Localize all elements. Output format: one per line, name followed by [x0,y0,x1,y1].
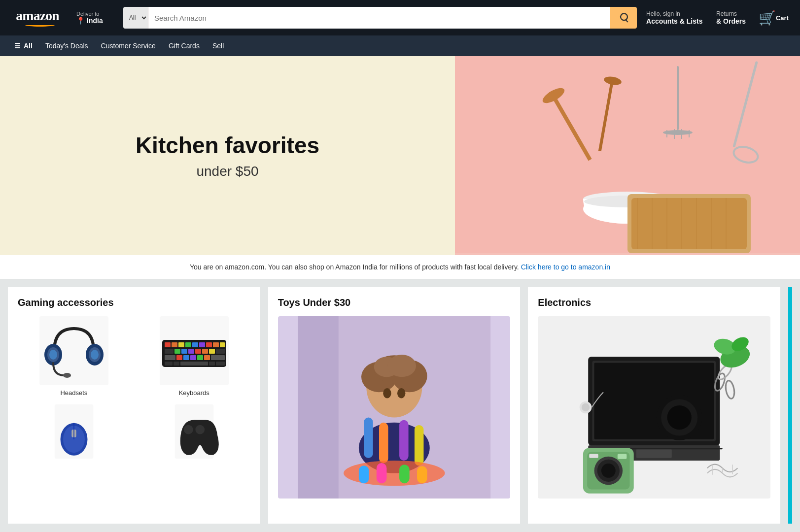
svg-rect-45 [174,349,180,354]
svg-point-71 [195,425,205,434]
svg-rect-83 [364,418,373,458]
electronics-illustration [538,316,770,499]
keyboard-image [160,316,229,385]
nav-sell[interactable]: Sell [206,36,230,55]
deliver-label: Deliver to [76,11,114,17]
keyboard-item[interactable]: Keyboards [138,316,250,397]
amazon-logo[interactable]: amazon [8,6,67,29]
cart-area[interactable]: 🛒 Cart [755,7,792,29]
svg-rect-55 [190,355,196,360]
controller-item[interactable] [138,404,250,459]
gaming-items-grid: Headsets [18,316,250,459]
svg-rect-44 [165,349,174,354]
svg-point-31 [91,350,99,360]
svg-rect-84 [379,423,388,463]
search-input[interactable] [148,7,610,29]
svg-rect-41 [206,342,212,347]
svg-rect-63 [216,362,225,366]
headset-item[interactable]: Headsets [18,316,130,397]
svg-point-28 [49,350,57,360]
svg-rect-90 [399,465,410,483]
nav-all-button[interactable]: ☰ All [8,36,39,55]
hello-text: Hello, sign in [646,10,703,17]
returns-area[interactable]: Returns & Orders [713,8,749,28]
hero-subtitle: under $50 [196,164,258,179]
svg-rect-51 [216,349,225,354]
controller-image [170,404,219,459]
product-grid: Gaming accessories [0,279,800,532]
nav-todays-deals[interactable]: Today's Deals [39,36,95,55]
hero-content: Kitchen favorites under $50 [0,102,455,209]
svg-rect-58 [211,355,225,360]
gaming-card-title: Gaming accessories [18,297,250,308]
svg-rect-43 [220,342,225,347]
nav-bar: ☰ All Today's Deals Customer Service Gif… [0,35,800,56]
mouse-item[interactable] [18,404,130,459]
info-bar: You are on amazon.com. You can also shop… [0,255,800,279]
info-text: You are on amazon.com. You can also shop… [190,263,521,271]
electronics-card: Electronics [528,287,780,524]
svg-rect-36 [172,342,177,347]
svg-rect-38 [185,342,191,347]
cart-icon: 🛒 [759,10,776,26]
search-button[interactable] [610,7,637,29]
svg-point-70 [184,425,193,434]
svg-point-87 [344,461,445,486]
svg-rect-49 [202,349,208,354]
search-icon [618,12,629,23]
svg-point-82 [397,388,405,399]
accounts-lists-label: Accounts & Lists [646,17,703,25]
svg-rect-104 [590,454,599,458]
svg-rect-35 [165,342,171,347]
svg-rect-56 [197,355,203,360]
svg-rect-73 [298,316,338,499]
hero-banner[interactable]: Kitchen favorites under $50 [0,56,800,255]
toys-card: Toys Under $30 [268,287,521,524]
svg-rect-91 [417,466,427,483]
svg-rect-62 [209,362,215,366]
returns-label: Returns [716,10,746,17]
svg-point-80 [387,355,416,377]
location-pin-icon: 📍 [76,17,85,25]
headset-image [39,316,108,385]
toy-image-area[interactable] [278,316,511,499]
svg-rect-57 [204,355,210,360]
electronics-card-title: Electronics [538,297,770,308]
deliver-location: 📍 India [76,17,114,25]
search-category-select[interactable]: All [123,7,148,29]
mouse-image [49,404,99,459]
svg-rect-48 [195,349,201,354]
svg-rect-50 [209,349,215,354]
svg-rect-59 [165,362,173,366]
nav-customer-service[interactable]: Customer Service [95,36,162,55]
svg-point-32 [63,373,71,378]
toy-image-illustration [278,316,511,499]
account-area[interactable]: Hello, sign in Accounts & Lists [643,8,707,28]
svg-rect-52 [165,355,175,360]
nav-gift-cards[interactable]: Gift Cards [162,36,206,55]
header: amazon Deliver to 📍 India All Hello, sig… [0,0,800,35]
gaming-card: Gaming accessories [8,287,260,524]
svg-point-103 [601,464,616,478]
svg-point-113 [582,403,590,411]
logo-text: amazon [16,9,59,23]
kitchen-items-illustration [455,56,800,253]
svg-rect-5 [677,66,679,130]
svg-rect-37 [178,342,184,347]
svg-rect-15 [631,198,747,249]
amazon-smile-icon [20,23,55,27]
cart-label: Cart [776,14,789,22]
deliver-to-area[interactable]: Deliver to 📍 India [73,8,117,27]
svg-rect-61 [180,362,208,366]
search-bar: All [123,7,637,29]
electronics-image-area[interactable] [538,316,770,499]
amazon-india-link[interactable]: Click here to go to amazon.in [521,263,610,271]
svg-rect-47 [188,349,194,354]
svg-rect-86 [415,425,424,466]
svg-rect-39 [192,342,198,347]
keyboard-label: Keyboards [179,389,209,397]
svg-rect-85 [399,420,409,461]
headset-label: Headsets [60,389,87,397]
svg-rect-96 [636,449,672,458]
svg-rect-42 [213,342,219,347]
